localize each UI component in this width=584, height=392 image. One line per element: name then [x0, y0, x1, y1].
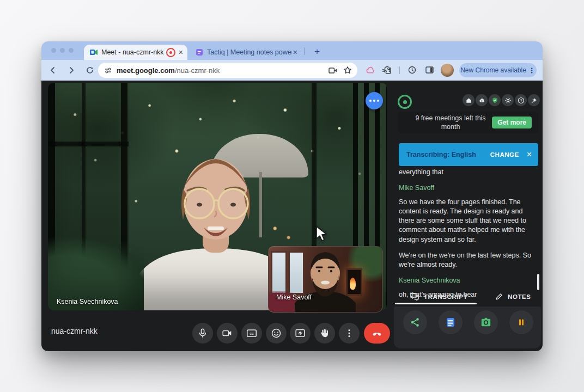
tab-tactiq[interactable]: Tactiq | Meeting notes power × [190, 45, 302, 60]
tactiq-extension-icon [365, 65, 375, 75]
tab-separator [304, 47, 305, 55]
camera-button[interactable] [217, 323, 238, 344]
svg-text:cc: cc [250, 331, 254, 336]
extensions-puzzle-icon [382, 65, 392, 75]
reload-icon [86, 66, 94, 75]
tab-transcript-label: TRANSCRIPT [424, 293, 467, 300]
transcribing-label: Transcribing: English [406, 151, 490, 158]
reload-button[interactable] [83, 63, 97, 77]
raise-hand-icon [319, 327, 331, 339]
minimize-window-icon[interactable] [60, 48, 65, 53]
tactiq-protection-button[interactable] [489, 94, 501, 106]
raise-hand-button[interactable] [314, 323, 335, 344]
forward-button[interactable] [64, 63, 78, 77]
browser-toolbar: meet.google.com/nua-czmr-nkk New [41, 60, 543, 81]
pause-button[interactable] [509, 310, 533, 334]
transcript-line: So we have the four pages finished. The … [399, 198, 536, 244]
desktop: Meet - nua-czmr-nkk × Tactiq | Meeting n… [0, 0, 584, 392]
home-icon [465, 97, 472, 104]
tab-strip: Meet - nua-czmr-nkk × Tactiq | Meeting n… [41, 41, 543, 60]
back-icon [48, 66, 57, 75]
quota-message: 9 free meetings left this month [405, 114, 496, 132]
pin-icon [531, 97, 538, 104]
side-panel-button[interactable] [425, 65, 434, 75]
tactiq-chat-bubble[interactable] [366, 92, 383, 109]
back-button[interactable] [46, 63, 60, 77]
side-panel-icon [425, 65, 434, 75]
transcript-line: everything that [399, 168, 536, 177]
close-banner-button[interactable]: × [527, 150, 532, 160]
zoom-window-icon[interactable] [69, 48, 74, 53]
browser-menu-icon[interactable]: ⋮ [528, 66, 536, 75]
tactiq-pin-button[interactable] [528, 94, 540, 106]
help-icon: ? [518, 97, 525, 104]
active-tab-underline [395, 303, 477, 304]
end-call-icon [371, 327, 383, 339]
svg-text:?: ? [520, 98, 522, 102]
shield-check-icon [491, 97, 498, 104]
captions-button[interactable]: cc [241, 323, 262, 344]
lens-button[interactable] [407, 65, 417, 75]
url-host: meet.google.com [117, 66, 175, 75]
speaker-name: Mike Savoff [399, 183, 536, 193]
extensions-button[interactable] [382, 65, 392, 75]
url-bar[interactable]: meet.google.com/nua-czmr-nkk [98, 63, 357, 78]
quota-card: 9 free meetings left this month Get more [398, 112, 538, 133]
profile-avatar[interactable] [441, 64, 454, 77]
url-path: /nua-czmr-nkk [175, 66, 220, 75]
close-window-icon[interactable] [51, 48, 56, 53]
speaker-name: Ksenia Svechnikova [399, 276, 536, 285]
site-settings-icon[interactable] [104, 66, 112, 75]
tactiq-home-button[interactable] [463, 94, 474, 106]
tactiq-settings-button[interactable] [502, 94, 514, 106]
tactiq-backup-button[interactable] [476, 94, 488, 106]
tab-notes[interactable]: NOTES [495, 292, 531, 301]
present-screen-button[interactable] [290, 323, 311, 344]
tactiq-logo-icon [398, 95, 412, 109]
tactiq-extension-button[interactable] [365, 65, 375, 75]
microphone-button[interactable] [192, 323, 213, 344]
tactiq-help-button[interactable]: ? [515, 94, 527, 106]
screenshot-button[interactable] [474, 310, 498, 334]
tab-notes-label: NOTES [508, 293, 531, 300]
meet-page: Ksenia Svechnikova [41, 81, 543, 351]
more-vertical-icon [343, 327, 355, 339]
cloud-backup-icon [478, 97, 485, 104]
transcribing-banner: Transcribing: English CHANGE × [399, 143, 538, 166]
camera-icon [221, 327, 233, 339]
participant-mike [269, 247, 382, 312]
export-docs-button[interactable] [439, 310, 463, 334]
reactions-button[interactable] [266, 323, 287, 344]
window-controls[interactable] [51, 48, 74, 53]
more-options-button[interactable] [339, 323, 360, 344]
tab-meet[interactable]: Meet - nua-czmr-nkk × [84, 45, 187, 60]
meet-favicon-icon [90, 48, 98, 56]
new-tab-button[interactable]: + [311, 45, 324, 58]
tab-title: Tactiq | Meeting notes power [207, 48, 292, 56]
google-docs-icon [445, 317, 456, 328]
recording-indicator-icon [166, 48, 175, 57]
tab-title: Meet - nua-czmr-nkk [101, 48, 164, 56]
transcript-line: We're on the we're on the last few steps… [399, 251, 536, 270]
bookmark-star-icon[interactable] [343, 66, 352, 75]
tactiq-action-bar [394, 307, 541, 348]
tab-transcript[interactable]: TRANSCRIPT [410, 292, 467, 301]
pause-icon [516, 317, 526, 327]
meeting-code: nua-czmr-nkk [51, 327, 98, 335]
tab-close-button[interactable]: × [179, 48, 183, 57]
change-language-button[interactable]: CHANGE [490, 151, 519, 158]
get-more-button[interactable]: Get more [492, 117, 532, 128]
microphone-icon [197, 327, 209, 339]
emoji-icon [270, 327, 282, 339]
captions-icon: cc [246, 327, 258, 339]
pip-video-tile[interactable]: Mike Savoff [268, 246, 382, 313]
share-button[interactable] [403, 310, 427, 334]
chrome-update-button[interactable]: New Chrome available ⋮ [459, 63, 537, 77]
end-call-button[interactable] [364, 323, 390, 344]
transcript-scrollbar[interactable] [537, 274, 539, 290]
transcript-feed[interactable]: everything that Mike Savoff So we have t… [399, 168, 536, 306]
browser-window: Meet - nua-czmr-nkk × Tactiq | Meeting n… [41, 41, 543, 351]
present-icon [294, 327, 306, 339]
tab-close-button[interactable]: × [293, 48, 297, 57]
camera-access-icon[interactable] [328, 66, 338, 75]
